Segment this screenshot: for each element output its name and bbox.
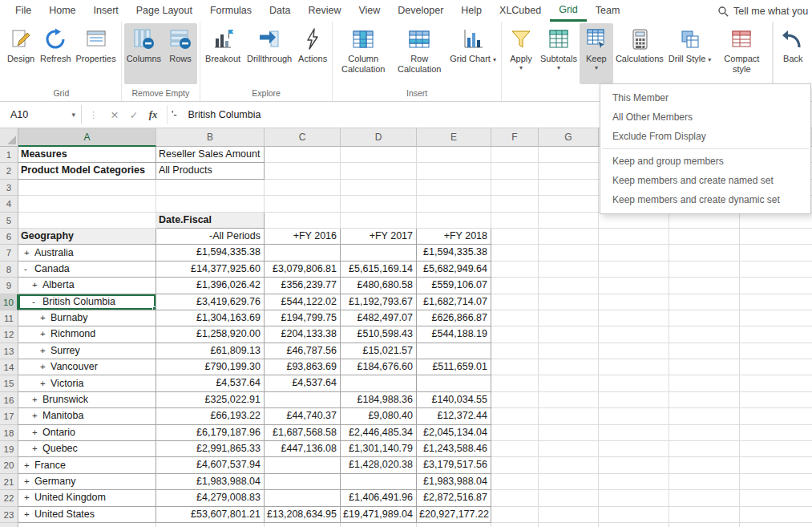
cell-F24[interactable] — [491, 523, 539, 527]
formula-bar-handle[interactable]: ⋮ — [82, 110, 105, 120]
cell-B2[interactable]: All Products — [156, 163, 265, 179]
cell-D2[interactable] — [341, 163, 417, 179]
cell-B3[interactable] — [156, 180, 265, 196]
cell-C11[interactable]: £194,799.75 — [265, 310, 341, 326]
row-header-24[interactable]: 24 — [0, 523, 18, 527]
cell-G20[interactable] — [539, 457, 599, 473]
cell-A19[interactable]: +Quebec — [18, 441, 156, 457]
cell-E21[interactable]: £1,983,988.04 — [417, 474, 491, 490]
tab-page-layout[interactable]: Page Layout — [127, 0, 201, 22]
column-calculation-button[interactable]: Column Calculation — [335, 23, 391, 74]
expand-collapse-sign[interactable]: + — [40, 326, 50, 342]
cell-A21[interactable]: +Germany — [18, 474, 156, 490]
cell-C7[interactable] — [265, 245, 341, 261]
cell-B11[interactable]: £1,304,163.69 — [156, 310, 265, 326]
cell-A10[interactable]: -British Columbia — [18, 294, 156, 310]
tell-me-search[interactable]: Tell me what you — [717, 6, 812, 17]
name-box-caret-icon[interactable]: ▾ — [71, 111, 75, 119]
cell-E20[interactable]: £3,179,517.56 — [417, 457, 491, 473]
cell-F20[interactable] — [491, 457, 539, 473]
row-header-15[interactable]: 15 — [0, 375, 18, 391]
cell-E1[interactable] — [417, 147, 491, 163]
cell-F7[interactable] — [491, 245, 539, 261]
menu-item-exclude-from-display[interactable]: Exclude From Display — [600, 127, 810, 146]
row-header-11[interactable]: 11 — [0, 310, 18, 326]
apply-button[interactable]: Apply ▾ — [504, 23, 538, 71]
row-header-7[interactable]: 7 — [0, 245, 18, 261]
cell-B22[interactable]: £4,279,008.83 — [156, 490, 265, 506]
cell-D8[interactable]: £5,615,169.14 — [341, 261, 417, 278]
cell-G10[interactable] — [539, 294, 599, 310]
cell-A17[interactable]: +Manitoba — [18, 408, 156, 424]
cell-A2[interactable]: Product Model Categories — [18, 163, 156, 179]
cell-B20[interactable]: £4,607,537.94 — [156, 457, 265, 473]
cell-A15[interactable]: +Victoria — [18, 375, 156, 391]
cell-B13[interactable]: £61,809.13 — [156, 343, 265, 359]
cell-D18[interactable]: £2,446,485.34 — [341, 425, 417, 441]
cell-A9[interactable]: +Alberta — [18, 278, 156, 294]
cell-A18[interactable]: +Ontario — [18, 425, 156, 441]
cell-B21[interactable]: £1,983,988.04 — [156, 474, 265, 490]
expand-collapse-sign[interactable]: + — [24, 507, 34, 522]
cell-G18[interactable] — [539, 425, 599, 441]
keep-button[interactable]: Keep ▾ — [580, 23, 613, 84]
tab-data[interactable]: Data — [261, 0, 299, 22]
cell-G8[interactable] — [539, 261, 599, 278]
row-header-10[interactable]: 10 — [0, 294, 18, 310]
cell-C22[interactable] — [265, 490, 341, 506]
column-header-C[interactable]: C — [265, 128, 341, 147]
cell-D10[interactable]: £1,192,793.67 — [341, 294, 417, 310]
row-header-9[interactable]: 9 — [0, 278, 18, 294]
cell-D24[interactable] — [341, 523, 417, 527]
cell-D16[interactable]: £184,988.36 — [341, 392, 417, 408]
fill-handle[interactable] — [152, 306, 156, 310]
expand-collapse-sign[interactable]: - — [24, 261, 34, 277]
cell-A7[interactable]: +Australia — [18, 245, 156, 261]
cell-B24[interactable] — [156, 523, 265, 527]
cell-A11[interactable]: +Burnaby — [18, 310, 156, 326]
grid-chart-button[interactable]: Grid Chart ▾ — [447, 23, 499, 64]
cell-E11[interactable]: £626,866.87 — [417, 310, 491, 326]
cell-F21[interactable] — [491, 474, 539, 490]
menu-item-keep-members-and-create-named-set[interactable]: Keep members and create named set — [600, 171, 810, 190]
cell-B9[interactable]: £1,396,026.42 — [156, 278, 265, 294]
back-button[interactable]: Back — [776, 23, 810, 64]
cell-F13[interactable] — [491, 343, 539, 359]
cell-F1[interactable] — [491, 147, 539, 163]
expand-collapse-sign[interactable]: + — [24, 490, 34, 505]
column-header-D[interactable]: D — [341, 128, 417, 147]
cell-D7[interactable] — [341, 245, 417, 261]
cell-C14[interactable]: £93,863.69 — [265, 359, 341, 375]
tab-xlcubed[interactable]: XLCubed — [491, 0, 550, 22]
cell-D13[interactable]: £15,021.57 — [341, 343, 417, 359]
cell-C21[interactable] — [265, 474, 341, 490]
tab-grid[interactable]: Grid — [550, 0, 587, 22]
row-header-22[interactable]: 22 — [0, 490, 18, 506]
cell-G23[interactable] — [539, 507, 599, 523]
cell-G15[interactable] — [539, 375, 599, 391]
cell-E4[interactable] — [417, 196, 491, 212]
cell-G2[interactable] — [539, 163, 599, 179]
cell-G6[interactable] — [539, 229, 599, 245]
tab-help[interactable]: Help — [452, 0, 491, 22]
cell-F12[interactable] — [491, 326, 539, 343]
cell-E22[interactable]: £2,872,516.87 — [417, 490, 491, 506]
cell-F15[interactable] — [491, 375, 539, 391]
cell-E15[interactable] — [417, 375, 491, 391]
expand-collapse-sign[interactable]: + — [40, 376, 50, 391]
row-header-16[interactable]: 16 — [0, 392, 18, 408]
cell-B17[interactable]: £66,193.22 — [156, 408, 265, 424]
row-header-20[interactable]: 20 — [0, 457, 18, 473]
cell-E10[interactable]: £1,682,714.07 — [417, 294, 491, 310]
cell-E14[interactable]: £511,659.01 — [417, 359, 491, 375]
cell-E3[interactable] — [417, 180, 491, 196]
row-header-21[interactable]: 21 — [0, 474, 18, 490]
tab-review[interactable]: Review — [299, 0, 349, 22]
cell-A1[interactable]: Measures — [18, 147, 156, 163]
cell-D3[interactable] — [341, 180, 417, 196]
calculations-button[interactable]: Calculations — [613, 23, 666, 64]
cell-B1[interactable]: Reseller Sales Amount — [156, 147, 265, 163]
cell-F14[interactable] — [491, 359, 539, 375]
cell-C19[interactable]: £447,136.08 — [265, 441, 341, 457]
enter-icon[interactable]: ✓ — [124, 109, 143, 121]
